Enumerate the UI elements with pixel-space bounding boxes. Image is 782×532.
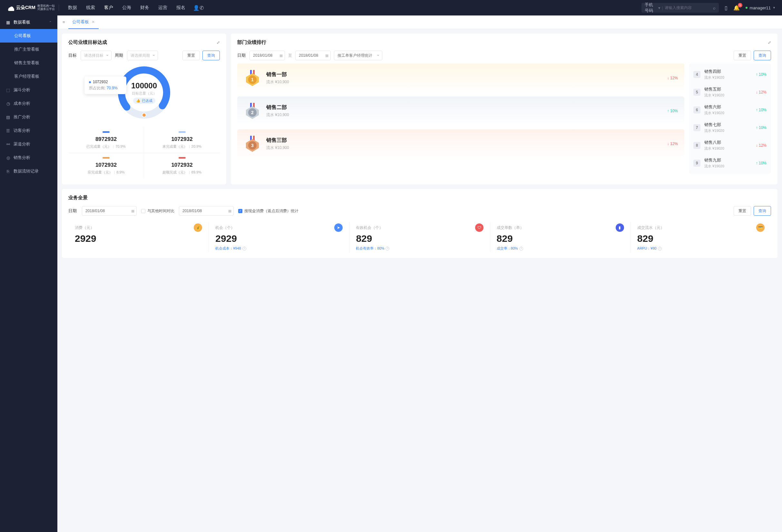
donut-value: 100000	[131, 81, 157, 90]
search-input[interactable]	[665, 5, 713, 10]
medal-icon: 2	[244, 102, 261, 119]
nav-客户[interactable]: 客户	[104, 5, 113, 11]
panel-overview: 业务全景 日期 2018/01/08▦ 与其他时间对比 2018/01/08▦ …	[62, 189, 778, 258]
app-header: 云朵CRM 教育机构一站 式服务云平台 数据线索客户公海财务运营报名 👤 ✆ 手…	[0, 0, 782, 15]
trend: ↑ 10%	[756, 126, 767, 130]
label-period: 周期	[115, 52, 123, 58]
phone-icon[interactable]: ✆	[200, 5, 204, 11]
rank-number: 5	[694, 89, 701, 96]
query-button[interactable]: 查询	[754, 50, 771, 60]
kpi-icon: 🛡	[475, 223, 484, 232]
collapse-icon[interactable]: ≡	[61, 19, 66, 26]
calendar-icon: ▦	[131, 209, 134, 213]
sidebar-item-0[interactable]: 公司看板	[0, 29, 58, 42]
kpi-icon: ➤	[334, 223, 343, 232]
kpi-0: 消费（元）💰2929	[68, 222, 209, 252]
sidebar-item-渠道分析[interactable]: ⚯渠道分析	[0, 137, 58, 151]
nav-运营[interactable]: 运营	[158, 5, 167, 11]
expand-icon[interactable]: ⤢	[217, 40, 220, 45]
kpi-sub: 机会有效率：80% ?	[356, 246, 483, 251]
help-icon[interactable]: ?	[658, 247, 662, 251]
trend: ↓ 12%	[756, 143, 767, 148]
sidebar-item-访客分析[interactable]: ☰访客分析	[0, 124, 58, 137]
sidebar-item-成本分析[interactable]: ◷成本分析	[0, 97, 58, 110]
sidebar-item-1[interactable]: 推广主管看板	[0, 42, 58, 56]
sidebar-item-数据流转记录[interactable]: ⎘数据流转记录	[0, 165, 58, 178]
trend: ↑ 10%	[756, 72, 767, 77]
select-statby[interactable]: 按工单客户经理统计	[334, 50, 382, 60]
menu-icon: ⚯	[6, 142, 10, 147]
query-button[interactable]: 查询	[203, 50, 220, 60]
menu-icon: ◷	[6, 101, 10, 106]
select-period[interactable]: 请选择周期	[127, 50, 158, 60]
search-icon[interactable]: ⌕	[713, 5, 716, 10]
expand-icon[interactable]: ⤢	[768, 40, 771, 45]
kpi-2: 有效机会（个）🛡829机会有效率：80% ?	[349, 222, 490, 252]
overview-date1[interactable]: 2018/01/08▦	[82, 206, 137, 216]
overview-date2[interactable]: 2018/01/08▦	[179, 206, 234, 216]
checkbox-compare[interactable]: 与其他时间对比	[141, 208, 174, 214]
trend: ↑ 10%	[756, 161, 767, 166]
kpi-sub: 成交率：80% ?	[497, 246, 624, 251]
checkbox-cash[interactable]: ✓按现金消费（返点后消费）统计	[238, 208, 298, 214]
rank-row: 7销售七部流水 ¥19020↑ 10%	[689, 119, 771, 136]
query-button[interactable]: 查询	[754, 206, 771, 216]
medal-icon: 3	[244, 135, 261, 152]
logo-brand: 云朵CRM	[16, 5, 35, 11]
nav-线索[interactable]: 线索	[86, 5, 95, 11]
logo-icon	[6, 4, 14, 11]
help-icon[interactable]: ?	[519, 247, 523, 251]
tab-company-board[interactable]: 公司看板 ✕	[68, 15, 99, 29]
chart-tooltip: 1072932 所占比例: 70.9%	[84, 76, 127, 94]
sidebar-item-3[interactable]: 客户经理看板	[0, 70, 58, 83]
svg-point-2	[142, 113, 146, 117]
rank-number: 4	[694, 71, 701, 78]
device-icon[interactable]: ▯	[724, 5, 727, 11]
rank-card-3: 3销售三部流水 ¥10,900↓ 12%	[237, 129, 684, 158]
notif-badge: 5	[738, 3, 742, 7]
rank-row: 6销售六部流水 ¥19020↑ 10%	[689, 101, 771, 119]
sidebar-item-推广分析[interactable]: ▨推广分析	[0, 110, 58, 124]
stat-cell: 1072932应完成量（元）|8.9%	[68, 153, 144, 179]
trend: ↑ 10%	[667, 109, 678, 113]
sidebar-item-2[interactable]: 销售主管看板	[0, 56, 58, 70]
nav-报名[interactable]: 报名	[176, 5, 185, 11]
main-content: ≡ 公司看板 ✕ 公司业绩目标达成 ⤢ 目标 请选择目标 周期	[58, 15, 782, 532]
medal-icon: 1	[244, 69, 261, 87]
reset-button[interactable]: 重置	[182, 50, 200, 60]
sidebar-item-销售分析[interactable]: ◎销售分析	[0, 151, 58, 165]
close-icon[interactable]: ✕	[92, 20, 95, 24]
help-icon[interactable]: ?	[386, 247, 389, 251]
select-target[interactable]: 请选择目标	[80, 50, 111, 60]
tab-bar: ≡ 公司看板 ✕	[58, 15, 782, 29]
user-menu[interactable]: manager11 ▼	[746, 5, 776, 10]
trend: ↓ 12%	[756, 90, 767, 95]
rank-row: 8销售八部流水 ¥19020↓ 12%	[689, 136, 771, 154]
kpi-icon: ▮	[616, 223, 624, 232]
date-from[interactable]: 2018/01/08▦	[249, 50, 285, 60]
rank-card-1: 1销售一部流水 ¥10,900↓ 12%	[237, 64, 684, 93]
help-icon[interactable]: ?	[242, 247, 246, 251]
panel-target-title: 公司业绩目标达成	[68, 39, 107, 45]
reset-button[interactable]: 重置	[734, 206, 751, 216]
trend: ↓ 12%	[667, 76, 678, 80]
panel-overview-title: 业务全景	[68, 195, 88, 201]
user-icon[interactable]: 👤	[193, 5, 200, 11]
kpi-4: 成交流水（元）💳829ARPU：¥80 ?	[631, 222, 771, 252]
label-target: 目标	[68, 52, 77, 58]
svg-text:1: 1	[251, 77, 254, 82]
rank-number: 7	[694, 124, 701, 131]
bell-icon[interactable]: 🔔5	[733, 5, 740, 11]
nav-财务[interactable]: 财务	[140, 5, 149, 11]
date-to[interactable]: 2018/01/08▦	[295, 50, 331, 60]
nav-公海[interactable]: 公海	[122, 5, 131, 11]
search-type[interactable]: 手机号码	[645, 2, 657, 13]
nav-数据[interactable]: 数据	[68, 5, 77, 11]
panel-target: 公司业绩目标达成 ⤢ 目标 请选择目标 周期 请选择周期 重置 查询	[62, 34, 226, 184]
sidebar-item-漏斗分析[interactable]: ⬚漏斗分析	[0, 83, 58, 97]
sidebar-group-dashboards[interactable]: ▦ 数据看板 ⌃	[0, 15, 58, 29]
rank-number: 8	[694, 142, 701, 149]
menu-icon: ⬚	[6, 88, 10, 93]
reset-button[interactable]: 重置	[734, 50, 751, 60]
menu-icon: ⎘	[6, 169, 10, 174]
